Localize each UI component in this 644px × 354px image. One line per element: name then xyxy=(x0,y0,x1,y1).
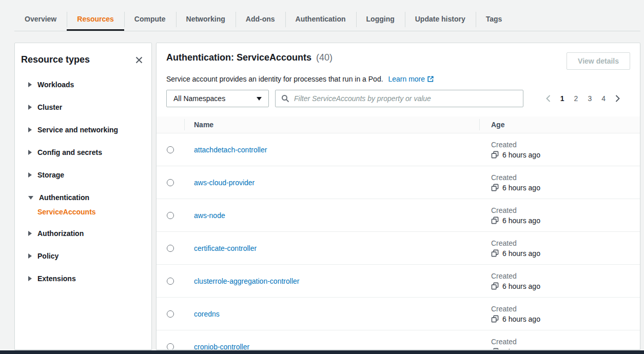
namespace-select-value: All Namespaces xyxy=(173,94,225,103)
sidebar-item-service-and-networking[interactable]: Service and networking xyxy=(28,119,144,141)
tab-tags[interactable]: Tags xyxy=(476,8,513,31)
serviceaccounts-panel: Authentication: ServiceAccounts (40) Vie… xyxy=(156,43,640,350)
row-radio[interactable] xyxy=(167,212,174,219)
page-button-1[interactable]: 1 xyxy=(557,92,568,105)
age-label: Created xyxy=(491,272,640,280)
copy-icon[interactable] xyxy=(491,249,499,257)
caret-right-icon xyxy=(28,82,32,87)
serviceaccounts-table: Name Age attachdetach-controller Created xyxy=(157,116,640,350)
age-label: Created xyxy=(491,338,640,346)
tab-add-ons[interactable]: Add-ons xyxy=(236,8,285,31)
table-row: aws-node Created 6 hours ago xyxy=(157,199,640,232)
view-details-button[interactable]: View details xyxy=(567,52,630,70)
sidebar-item-label: Config and secrets xyxy=(37,148,102,156)
age-label: Created xyxy=(491,206,640,214)
external-link-icon xyxy=(427,75,434,83)
serviceaccount-link[interactable]: attachdetach-controller xyxy=(194,146,267,154)
copy-icon[interactable] xyxy=(491,217,499,224)
age-cell: Created 6 hours ago xyxy=(479,239,640,258)
sidebar-item-label: Policy xyxy=(37,252,58,260)
sidebar-subitem-serviceaccounts[interactable]: ServiceAccounts xyxy=(28,207,144,222)
tab-networking[interactable]: Networking xyxy=(176,8,236,31)
age-value-text: 6 hours ago xyxy=(502,151,540,159)
caret-down-icon xyxy=(28,196,33,200)
sidebar-item-label: Workloads xyxy=(37,81,74,89)
serviceaccount-link[interactable]: aws-cloud-provider xyxy=(194,179,255,187)
age-cell: Created 6 hours ago xyxy=(479,206,640,225)
pagination: 1 2 3 4 xyxy=(542,92,630,105)
next-page-button[interactable] xyxy=(612,92,623,105)
sidebar-item-policy[interactable]: Policy xyxy=(28,245,144,267)
caret-right-icon xyxy=(28,231,32,236)
row-radio[interactable] xyxy=(167,278,174,285)
table-row: attachdetach-controller Created 6 hours … xyxy=(157,133,640,166)
age-value-text: 6 hours ago xyxy=(502,315,540,323)
table-header-row: Name Age xyxy=(157,116,640,133)
resource-types-header: Resource types xyxy=(21,54,144,65)
tab-authentication[interactable]: Authentication xyxy=(285,8,356,31)
sidebar-item-storage[interactable]: Storage xyxy=(28,164,144,186)
row-radio[interactable] xyxy=(167,245,174,252)
sidebar-item-config-and-secrets[interactable]: Config and secrets xyxy=(28,141,144,164)
sidebar-item-workloads[interactable]: Workloads xyxy=(28,73,144,96)
table-row: cronjob-controller Created 6 hours ago xyxy=(157,330,640,350)
tab-overview[interactable]: Overview xyxy=(14,8,67,31)
serviceaccount-link[interactable]: clusterrole-aggregation-controller xyxy=(194,277,299,285)
table-row: coredns Created 6 hours ago xyxy=(157,298,640,330)
search-icon xyxy=(281,94,289,103)
resource-type-list: Workloads Cluster Service and networking… xyxy=(21,73,144,290)
caret-right-icon xyxy=(28,253,32,259)
learn-more-link[interactable]: Learn more xyxy=(388,75,434,83)
age-cell: Created 6 hours ago xyxy=(479,305,640,323)
copy-icon[interactable] xyxy=(491,282,499,290)
close-panel-button[interactable] xyxy=(134,55,144,65)
copy-icon[interactable] xyxy=(491,151,499,159)
age-label: Created xyxy=(491,173,640,182)
sidebar-item-label: Service and networking xyxy=(37,126,118,134)
row-radio[interactable] xyxy=(167,146,174,153)
tab-compute[interactable]: Compute xyxy=(124,8,176,31)
previous-page-button[interactable] xyxy=(542,92,554,105)
bottom-edge-bar xyxy=(0,350,644,354)
copy-icon[interactable] xyxy=(491,348,499,350)
serviceaccount-link[interactable]: aws-node xyxy=(194,211,225,220)
table-row: clusterrole-aggregation-controller Creat… xyxy=(157,265,640,298)
table-row: certificate-controller Created 6 hours a… xyxy=(157,232,640,265)
row-radio[interactable] xyxy=(167,310,174,318)
row-radio[interactable] xyxy=(167,179,174,186)
sidebar-item-label: Storage xyxy=(37,171,64,179)
age-label: Created xyxy=(491,305,640,313)
serviceaccount-link[interactable]: cronjob-controller xyxy=(194,343,249,350)
age-value-text: 6 hours ago xyxy=(502,184,540,192)
tab-resources[interactable]: Resources xyxy=(67,8,124,31)
sidebar-item-authentication[interactable]: Authentication xyxy=(28,186,144,209)
page-button-3[interactable]: 3 xyxy=(584,92,595,105)
chevron-left-icon xyxy=(545,94,552,103)
sidebar-item-label: Authentication xyxy=(39,193,89,202)
sidebar-item-label: Cluster xyxy=(37,103,62,111)
sidebar-item-extensions[interactable]: Extensions xyxy=(28,267,144,290)
search-box xyxy=(275,90,523,107)
namespace-select[interactable]: All Namespaces xyxy=(166,90,269,107)
sidebar-item-cluster[interactable]: Cluster xyxy=(28,96,144,119)
resource-types-panel: Resource types Workloads Cluster xyxy=(14,43,152,350)
copy-icon[interactable] xyxy=(491,315,499,323)
tab-update-history[interactable]: Update history xyxy=(405,8,476,31)
page-button-2[interactable]: 2 xyxy=(571,92,582,105)
page-button-4[interactable]: 4 xyxy=(598,92,609,105)
serviceaccount-link[interactable]: coredns xyxy=(194,310,220,318)
copy-icon[interactable] xyxy=(491,184,499,191)
age-cell: Created 6 hours ago xyxy=(479,338,640,350)
page: Overview Resources Compute Networking Ad… xyxy=(0,0,644,354)
age-cell: Created 6 hours ago xyxy=(479,272,640,290)
tab-logging[interactable]: Logging xyxy=(356,8,405,31)
search-input[interactable] xyxy=(294,94,517,103)
row-radio[interactable] xyxy=(167,343,174,350)
serviceaccount-link[interactable]: certificate-controller xyxy=(194,244,257,252)
sidebar-item-authorization[interactable]: Authorization xyxy=(28,222,144,245)
age-value-text: 6 hours ago xyxy=(502,348,540,350)
chevron-down-icon xyxy=(257,97,262,101)
table-row: aws-cloud-provider Created 6 hours ago xyxy=(157,166,640,199)
age-cell: Created 6 hours ago xyxy=(479,173,640,192)
age-value-text: 6 hours ago xyxy=(502,249,540,258)
